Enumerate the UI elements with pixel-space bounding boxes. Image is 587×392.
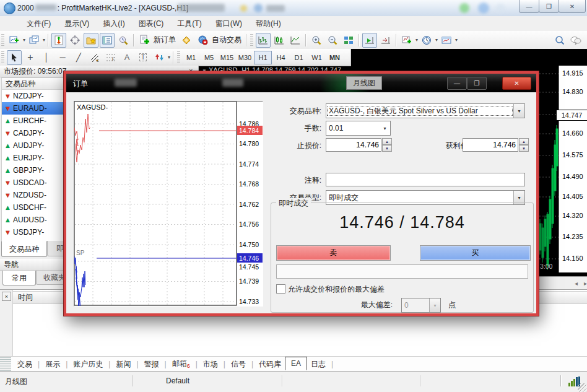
menu-charts[interactable]: 图表(C)	[132, 16, 171, 32]
crosshair-tool[interactable]: +	[23, 50, 38, 65]
spin-up-icon[interactable]: ▲	[382, 138, 392, 145]
auto-scroll-button[interactable]	[362, 33, 377, 48]
periods-button[interactable]	[419, 33, 434, 48]
tab-ea[interactable]: EA	[285, 357, 307, 370]
tab-account-history[interactable]: 账户历史	[69, 358, 107, 371]
vertical-line-tool[interactable]: │	[39, 50, 54, 65]
indicators-button[interactable]	[399, 33, 414, 48]
spin-down-icon[interactable]: ▼	[382, 145, 392, 152]
tile-windows-button[interactable]	[341, 33, 356, 48]
scroll-left-icon[interactable]: ◂	[575, 280, 578, 287]
close-button[interactable]: ✕	[559, 0, 586, 13]
spin-up-icon[interactable]: ▲	[519, 138, 529, 145]
buy-button[interactable]: 买	[420, 245, 531, 261]
menu-window[interactable]: 窗口(W)	[209, 16, 249, 32]
horizontal-line-tool[interactable]: ─	[55, 50, 70, 65]
scroll-right-icon[interactable]: ▸	[584, 280, 587, 287]
symbol-combobox[interactable]: XAGUSD-, 白银美元 Spot Silver vs US Dollar ▾	[326, 103, 525, 118]
trendline-tool[interactable]: ╱	[71, 50, 86, 65]
bar-chart-button[interactable]	[256, 33, 271, 48]
tab-market[interactable]: 市场	[199, 358, 222, 371]
cursor-tool[interactable]	[7, 50, 22, 65]
new-chart-dropdown[interactable]: ▾	[23, 37, 25, 43]
terminal-toggle[interactable]	[100, 33, 115, 48]
zoom-in-button[interactable]	[309, 33, 324, 48]
toolbar-grip[interactable]	[177, 51, 180, 64]
templates-dropdown[interactable]: ▾	[455, 37, 458, 43]
new-order-label[interactable]: 新订单	[154, 35, 176, 45]
tab-news[interactable]: 新闻	[112, 358, 134, 371]
text-tool[interactable]: A	[120, 50, 134, 65]
timeframe-m1[interactable]: M1	[182, 51, 200, 64]
market-watch-toggle[interactable]	[51, 33, 66, 48]
timeframe-m5[interactable]: M5	[200, 51, 218, 64]
timeframe-mn[interactable]: MN	[326, 51, 344, 64]
menu-tools[interactable]: 工具(T)	[170, 16, 208, 32]
dock-grip[interactable]	[0, 357, 11, 371]
strategy-tester-toggle[interactable]	[116, 33, 131, 48]
tab-journal[interactable]: 日志	[307, 358, 329, 371]
deviation-checkbox-label[interactable]: 允许成交价和报价的最大偏差	[288, 284, 385, 295]
dialog-close-button[interactable]: ✕	[502, 77, 531, 90]
arrows-tool[interactable]	[152, 50, 167, 65]
profiles-button[interactable]	[27, 33, 41, 48]
line-chart-button[interactable]	[288, 33, 303, 48]
comment-input[interactable]	[326, 173, 525, 186]
price-scale[interactable]: 14.915 14.830 14.660 14.575 14.490 14.40…	[559, 66, 587, 272]
maximize-button[interactable]: ❐	[539, 0, 559, 13]
navigator-toggle[interactable]	[84, 33, 98, 48]
max-deviation-combobox[interactable]: 0 ▾	[401, 298, 441, 313]
metaeditor-button[interactable]	[179, 33, 194, 48]
chat-icon[interactable]	[568, 33, 583, 48]
sell-button[interactable]: 卖	[276, 245, 391, 261]
tab-exposure[interactable]: 展示	[41, 358, 64, 371]
new-order-button[interactable]	[137, 33, 152, 48]
fibonacci-tool[interactable]: F	[103, 50, 118, 65]
chevron-down-icon[interactable]: ▾	[380, 121, 390, 135]
spin-down-icon[interactable]: ▼	[519, 145, 529, 152]
data-window-toggle[interactable]	[67, 33, 82, 48]
terminal-close-icon[interactable]: ×	[2, 292, 11, 301]
tab-code-base[interactable]: 代码库	[255, 358, 285, 371]
chart-shift-button[interactable]	[378, 33, 393, 48]
dialog-titlebar[interactable]: 订单 — ❐ ✕	[66, 74, 536, 92]
periods-dropdown[interactable]: ▾	[435, 37, 438, 43]
tab-signals[interactable]: 信号	[227, 358, 250, 371]
resize-grip[interactable]	[578, 383, 586, 392]
autotrading-button[interactable]	[195, 33, 210, 48]
zoom-out-button[interactable]	[325, 33, 340, 48]
timeframe-h1[interactable]: H1	[254, 51, 272, 64]
tab-alerts[interactable]: 警报	[141, 358, 163, 371]
chevron-down-icon[interactable]: ▾	[513, 104, 524, 118]
menu-view[interactable]: 显示(V)	[58, 16, 96, 32]
timeframe-h4[interactable]: H4	[272, 51, 290, 64]
stop-loss-input[interactable]	[326, 138, 381, 152]
timeframe-m15[interactable]: M15	[218, 51, 236, 64]
dialog-restore-button[interactable]: ❐	[467, 77, 487, 90]
new-chart-button[interactable]	[7, 33, 22, 48]
tab-trade[interactable]: 交易	[14, 358, 36, 371]
status-profile[interactable]: Default	[166, 377, 189, 385]
chart-horizontal-scrollbar[interactable]: ◂ ▸	[539, 276, 587, 289]
toolbar-grip[interactable]	[250, 34, 253, 46]
tab-common[interactable]: 常用	[2, 271, 36, 285]
timeframe-w1[interactable]: W1	[308, 51, 326, 64]
toolbar-grip[interactable]	[1, 51, 4, 64]
tab-mailbox[interactable]: 邮箱6	[168, 357, 194, 370]
candlestick-chart-button[interactable]	[272, 33, 287, 48]
indicators-dropdown[interactable]: ▾	[415, 37, 418, 43]
minimize-button[interactable]: —	[519, 0, 539, 13]
timeframe-d1[interactable]: D1	[290, 51, 308, 64]
menu-help[interactable]: 帮助(H)	[249, 16, 288, 32]
text-label-tool[interactable]: T	[136, 50, 150, 65]
arrows-dropdown[interactable]: ▾	[168, 54, 170, 60]
volume-combobox[interactable]: 0.01 ▾	[326, 121, 391, 136]
profiles-dropdown[interactable]: ▾	[43, 37, 45, 43]
menu-insert[interactable]: 插入(I)	[96, 16, 131, 32]
dialog-minimize-button[interactable]: —	[447, 77, 467, 90]
channel-tool[interactable]: E	[87, 50, 102, 65]
autotrading-label[interactable]: 自动交易	[212, 35, 241, 45]
take-profit-input[interactable]	[463, 138, 518, 152]
tab-symbols[interactable]: 交易品种	[1, 241, 47, 257]
search-icon[interactable]	[552, 33, 567, 48]
